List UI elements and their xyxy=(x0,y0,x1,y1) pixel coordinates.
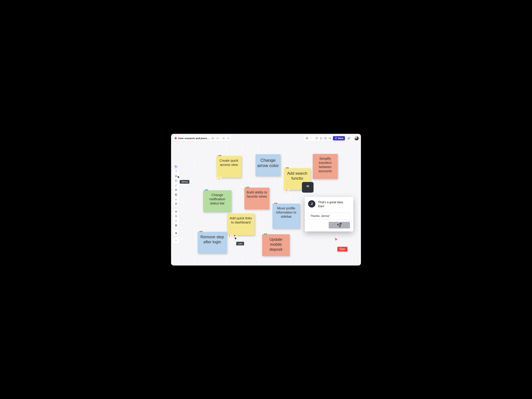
send-comment-button[interactable] xyxy=(329,222,350,228)
collaborator-cursor-label: Lars xyxy=(236,242,244,246)
favorite-star-icon[interactable] xyxy=(211,137,215,140)
video-icon[interactable] xyxy=(329,137,331,140)
note-reactions: 🔥1 ❤️1 xyxy=(228,235,237,237)
app-logo-icon: ✱ xyxy=(174,136,177,140)
connector-tool[interactable] xyxy=(174,183,178,188)
svg-rect-32 xyxy=(176,226,177,226)
reaction-fire[interactable]: 🔥1 xyxy=(228,235,232,237)
reaction-heart[interactable]: ❤️1 xyxy=(233,235,238,237)
title-bar: ✱ User research and journe... xyxy=(173,135,231,141)
diamond-tool[interactable] xyxy=(174,231,178,235)
svg-point-7 xyxy=(307,137,308,138)
note-text: Change notification status bar xyxy=(209,193,225,205)
note-text: Remove step after login xyxy=(201,235,224,244)
svg-line-5 xyxy=(229,139,229,139)
cursor-icon xyxy=(234,237,237,240)
comment-tool[interactable] xyxy=(174,202,178,206)
note-author-tab xyxy=(218,155,222,156)
svg-rect-30 xyxy=(176,225,177,225)
svg-rect-19 xyxy=(175,194,177,196)
stars-tool[interactable] xyxy=(174,219,178,223)
share-button[interactable]: Share xyxy=(333,136,345,141)
note-reactions: 💯1 xyxy=(285,189,289,192)
comment-text: That's a great idea, Dan! xyxy=(318,200,350,208)
sticky-note[interactable]: Change arrow color xyxy=(255,154,280,176)
note-text: Simplify transfers between accounts xyxy=(318,157,332,173)
svg-point-4 xyxy=(228,137,229,139)
share-button-label: Share xyxy=(338,137,343,140)
note-text: Build ability to favorite views xyxy=(247,190,267,198)
sticky-note[interactable]: Add quick links to dashboard 🔥1 ❤️1 xyxy=(227,214,254,235)
comment-pin-icon[interactable]: ” xyxy=(302,182,314,193)
toolgroup-primary xyxy=(173,164,179,207)
note-text: Create quick access view xyxy=(220,159,238,166)
note-author-tab xyxy=(246,187,249,188)
note-author-tab xyxy=(274,203,278,204)
more-tools-button[interactable] xyxy=(174,239,178,243)
cursor-icon xyxy=(334,237,338,242)
note-author-tab xyxy=(286,167,289,168)
sticky-note[interactable]: Update mobile deposit xyxy=(262,234,290,256)
cursor-icon xyxy=(177,176,180,179)
copy-link-button[interactable] xyxy=(347,136,351,141)
collaborator-cursor-label: Dan xyxy=(337,247,348,252)
collaborators-icon[interactable] xyxy=(305,137,308,140)
board-title[interactable]: User research and journe... xyxy=(178,137,210,140)
note-author-tab xyxy=(205,190,208,190)
shape-tool[interactable] xyxy=(174,178,178,183)
reaction-thumbs-up[interactable]: 👍1 xyxy=(217,177,222,179)
search-icon[interactable] xyxy=(227,137,230,140)
reaction-hundred[interactable]: 💯1 xyxy=(285,189,289,192)
frame-tool[interactable] xyxy=(174,188,178,192)
separator xyxy=(314,137,314,140)
app-window: ✱ User research and journe... xyxy=(171,134,361,265)
svg-rect-29 xyxy=(175,225,176,225)
sticky-note[interactable]: Create quick access view 👍1 xyxy=(216,156,241,178)
text-tool[interactable] xyxy=(174,169,178,174)
toolgroup-secondary xyxy=(173,209,179,228)
note-text: Move profile information to sidebar xyxy=(276,206,296,218)
user-avatar[interactable] xyxy=(354,136,359,141)
collaborator-cursor-label: Jenna xyxy=(180,180,189,184)
chat-icon[interactable] xyxy=(316,137,318,140)
note-text: Update mobile deposit xyxy=(270,237,282,252)
svg-rect-12 xyxy=(329,138,330,139)
svg-rect-8 xyxy=(320,137,322,139)
svg-marker-11 xyxy=(325,138,326,138)
timer-tool[interactable] xyxy=(174,214,178,219)
toolgroup-more xyxy=(173,238,179,244)
svg-marker-0 xyxy=(212,137,214,139)
sticky-note[interactable]: Remove step after login xyxy=(198,232,227,253)
svg-rect-31 xyxy=(175,226,176,226)
svg-point-20 xyxy=(176,194,176,194)
sticky-note[interactable]: Build ability to favorite views xyxy=(244,188,269,209)
sticky-note[interactable]: Simplify transfers between accounts xyxy=(313,154,338,179)
note-text: Add quick links to dashboard xyxy=(230,216,252,224)
toolgroup-tertiary xyxy=(173,230,179,236)
hamburger-menu-icon[interactable] xyxy=(222,137,225,140)
svg-point-33 xyxy=(175,240,176,241)
grid-tool[interactable] xyxy=(174,223,178,228)
present-icon[interactable] xyxy=(320,137,323,140)
note-text: Change arrow color xyxy=(257,158,279,168)
sticky-note[interactable]: Change notification status bar xyxy=(203,190,231,212)
link-circles-tool[interactable] xyxy=(174,209,178,214)
note-reactions: 👍1 xyxy=(217,177,222,179)
play-icon[interactable] xyxy=(324,137,327,140)
cloud-sync-icon[interactable] xyxy=(216,137,219,140)
svg-marker-13 xyxy=(330,138,331,139)
select-tool[interactable] xyxy=(174,164,178,169)
note-text: Add search functio xyxy=(287,171,307,180)
header-actions: Share xyxy=(304,135,359,141)
image-tool[interactable] xyxy=(174,192,178,197)
svg-point-26 xyxy=(175,215,177,217)
draw-tool[interactable] xyxy=(174,197,178,202)
svg-point-35 xyxy=(177,240,177,241)
header-actions-box: Share xyxy=(304,135,353,141)
svg-point-6 xyxy=(306,137,307,138)
note-author-tab xyxy=(199,231,203,232)
sticky-note[interactable]: Move profile information to sidebar xyxy=(272,203,300,228)
chevron-down-icon[interactable] xyxy=(310,137,312,139)
comment-card: J That's a great idea, Dan! xyxy=(305,197,353,232)
comment-reply-input[interactable] xyxy=(308,213,350,220)
